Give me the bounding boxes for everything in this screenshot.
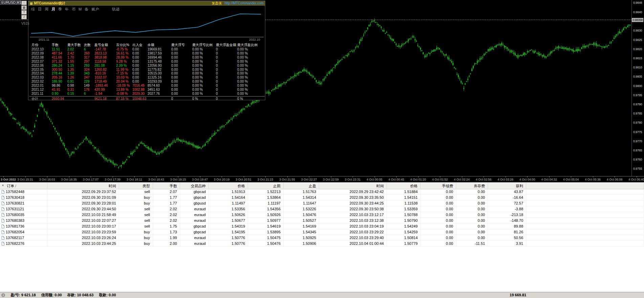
order-cell: 1.54249 bbox=[387, 224, 421, 229]
time-tick bbox=[462, 176, 462, 177]
order-cell: sell bbox=[119, 224, 153, 229]
order-cell: 1.50906 bbox=[284, 241, 319, 247]
order-cell: 2022.10.03 23:23:59 bbox=[47, 229, 119, 235]
orders-header-cell[interactable]: 订单/ bbox=[0, 183, 47, 189]
order-cell: 1.54169 bbox=[284, 224, 319, 229]
order-cell: 1.54151 bbox=[387, 195, 421, 200]
orders-header-cell[interactable]: 手数 bbox=[153, 183, 180, 189]
order-row[interactable]: 1376820542022.10.03 23:23:59buy1.73gbpca… bbox=[0, 229, 644, 235]
time-label: 4 Oct 01:52 bbox=[432, 178, 448, 181]
status-bar: i 盈/亏: 9 621.18 信用额: 0.00 存款: 10 048.63 … bbox=[0, 292, 644, 298]
order-cell: 1.54195 bbox=[209, 229, 248, 235]
status-withdrawal: 取款: 0.00 bbox=[99, 293, 116, 298]
price-label: 0.9765 bbox=[633, 149, 642, 152]
order-cell: 2022.10.03 21:58:49 bbox=[47, 212, 119, 218]
price-label: 0.9825 bbox=[633, 38, 642, 42]
order-cell: 1.50926 bbox=[248, 212, 284, 218]
ea-button-3[interactable]: √ bbox=[21, 15, 27, 19]
time-tick bbox=[637, 176, 637, 177]
order-cell: sell bbox=[119, 189, 153, 195]
order-cell: -16.64 bbox=[488, 195, 526, 200]
order-cell: buy bbox=[119, 235, 153, 241]
order-cell: buy bbox=[119, 195, 153, 200]
order-cell: 2022.10.03 23:29:22 bbox=[319, 229, 387, 235]
order-doc-icon bbox=[1, 242, 4, 246]
time-tick bbox=[527, 176, 528, 177]
order-cell: sell bbox=[119, 212, 153, 218]
order-cell: 1.11497 bbox=[209, 200, 248, 206]
order-row[interactable]: 1376821172022.10.03 23:26:24buy1.99eurau… bbox=[0, 235, 644, 241]
ea-button-2[interactable]: ? bbox=[21, 10, 27, 15]
order-cell: 1.54259 bbox=[387, 229, 421, 235]
order-row[interactable]: 1376800352022.10.03 21:58:49sell2.02eura… bbox=[0, 212, 644, 218]
order-cell: 1.50779 bbox=[387, 241, 421, 247]
orders-header-cell[interactable]: 价格 bbox=[209, 183, 248, 189]
time-tick bbox=[396, 176, 397, 177]
stats-row: 2022.0198.860.98149-1893.46-18.09 %7016.… bbox=[28, 84, 266, 88]
order-cell: 1.50677 bbox=[209, 218, 248, 224]
stats-row: 2022.03205.161.262471032.0710.03 %0.0011… bbox=[28, 76, 266, 80]
order-row[interactable]: 1376822762022.10.03 23:44:25buy2.00eurau… bbox=[0, 241, 644, 247]
order-cell: 1.54356 bbox=[248, 206, 284, 212]
order-row[interactable]: 1375824482022.09.29 23:37:52sell2.07gbpc… bbox=[0, 189, 644, 195]
close-icon[interactable]: × bbox=[1, 184, 5, 188]
orders-header-cell[interactable]: 手续费 bbox=[421, 183, 456, 189]
order-row[interactable]: 1376304182022.09.30 23:01:09buy1.77gbpca… bbox=[0, 195, 644, 200]
ea-button-0[interactable]: - bbox=[21, 1, 27, 5]
orders-header-cell[interactable]: 止盈 bbox=[284, 183, 319, 189]
orders-header-cell[interactable]: 交易品种 bbox=[180, 183, 209, 189]
order-row[interactable]: 1376803832022.10.03 22:07:27sell2.02eura… bbox=[0, 218, 644, 224]
order-cell: 1.11197 bbox=[248, 200, 284, 206]
price-axis[interactable]: 0.98480.98400.98300.98250.98200.98150.98… bbox=[631, 0, 644, 176]
price-label: 0.9810 bbox=[633, 66, 642, 69]
orders-header-cell[interactable]: 库存费 bbox=[456, 183, 488, 189]
terminal-panel: × 订单/时间类型手数交易品种价格止损止盈时间价格手续费库存费获利 137582… bbox=[0, 182, 644, 298]
stats-title-bar[interactable]: ▦ MTCommander统计 复盘侠 http://MTCommander.c… bbox=[28, 1, 265, 6]
time-axis[interactable]: 3 Oct 20223 Oct 15:313 Oct 16:033 Oct 16… bbox=[0, 176, 644, 183]
order-cell: 1.50814 bbox=[387, 235, 421, 241]
stats-row: 2022.02186.900.912291718.4920.04 %0.0010… bbox=[28, 80, 266, 84]
order-cell: 81.26 bbox=[488, 229, 526, 235]
order-row[interactable]: 1376311212022.09.30 23:44:50sell2.02eura… bbox=[0, 206, 644, 212]
stats-panel: ▦ MTCommander统计 复盘侠 http://MTCommander.c… bbox=[28, 1, 265, 100]
order-cell: 1.50626 bbox=[209, 212, 248, 218]
time-tick bbox=[484, 176, 484, 177]
time-tick bbox=[113, 176, 113, 177]
mt4-screen: EURUSD,M1 -▦?√ V515 0.98480.98400.98300.… bbox=[0, 0, 644, 298]
price-label: 0.9805 bbox=[633, 75, 642, 78]
order-row[interactable]: 1376817362022.10.03 23:00:17sell1.75gbpc… bbox=[0, 224, 644, 229]
equity-axis-end-label: 2022.10 bbox=[249, 38, 260, 41]
order-cell: 0.00 bbox=[421, 206, 456, 212]
time-tick bbox=[375, 176, 375, 177]
order-cell: gbpcad bbox=[180, 195, 209, 200]
order-doc-icon bbox=[1, 219, 4, 222]
order-cell: 0.00 bbox=[421, 195, 456, 200]
brand-url[interactable]: http://MTCommander.com bbox=[224, 1, 264, 5]
order-cell: 0.00 bbox=[421, 241, 456, 247]
orders-header-cell[interactable]: 类型 bbox=[119, 183, 153, 189]
time-tick bbox=[244, 176, 244, 177]
order-cell: euraud bbox=[180, 241, 209, 247]
order-doc-icon bbox=[1, 207, 4, 211]
orders-header[interactable]: 订单/时间类型手数交易品种价格止损止盈时间价格手续费库存费获利 bbox=[0, 183, 644, 189]
orders-header-cell[interactable]: 价格 bbox=[387, 183, 421, 189]
order-cell: 0.00 bbox=[456, 212, 488, 218]
order-cell: 2.00 bbox=[153, 241, 180, 247]
order-doc-icon bbox=[1, 201, 4, 205]
time-tick bbox=[265, 176, 266, 177]
order-cell: 1.75 bbox=[153, 224, 180, 229]
order-cell: 137680035 bbox=[0, 212, 47, 218]
stats-panel-title: MTCommander统计 bbox=[34, 1, 66, 6]
orders-header-cell[interactable]: 止损 bbox=[248, 183, 284, 189]
order-row[interactable]: 1376308212022.09.30 23:28:01buy1.77gbpus… bbox=[0, 200, 644, 206]
order-cell: euraud bbox=[180, 218, 209, 224]
orders-header-cell[interactable]: 获利 bbox=[488, 183, 526, 189]
ea-button-1[interactable]: ▦ bbox=[21, 5, 27, 10]
orders-header-cell[interactable]: 时间 bbox=[319, 183, 387, 189]
time-label: 3 Oct 22:59 bbox=[323, 178, 339, 181]
order-cell: buy bbox=[119, 229, 153, 235]
order-cell: 0.00 bbox=[456, 229, 488, 235]
orders-header-cell[interactable]: 时间 bbox=[47, 183, 119, 189]
order-cell: 1.50476 bbox=[248, 241, 284, 247]
order-cell: 43.87 bbox=[488, 189, 526, 195]
